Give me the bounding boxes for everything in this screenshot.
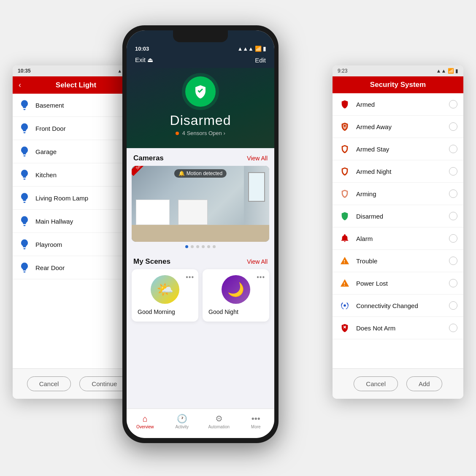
scene-night-icon: 🌙 [222,275,250,304]
does-not-arm-label: Does Not Arm [356,325,449,332]
scenes-view-all[interactable]: View All [247,258,268,265]
motion-badge: 🔔 Motion detected [174,169,227,178]
right-header-title: Security System [370,81,426,89]
security-item-trouble[interactable]: Trouble [333,250,463,272]
dot-1 [185,245,188,248]
tab-overview[interactable]: ⌂ Overview [127,409,164,434]
security-item-alarm[interactable]: Alarm [333,227,463,250]
left-header-title: Select Light [24,81,127,89]
power-lost-icon [338,277,351,289]
armed-stay-label: Armed Stay [356,146,449,153]
security-item-arming[interactable]: Arming [333,183,463,205]
armed-night-radio[interactable] [449,167,457,176]
notch [173,30,228,42]
does-not-arm-radio[interactable] [449,324,457,332]
center-time: 10:03 [135,46,149,52]
light-label: Main Hallway [35,218,130,225]
right-time: 9:23 [338,68,347,74]
motion-icon: 🔔 [178,170,185,176]
center-content: Cameras View All 🔔 Motion detected [127,148,274,330]
power-lost-label: Power Lost [356,280,449,287]
alarm-radio[interactable] [449,234,457,243]
arming-radio[interactable] [449,189,457,198]
security-item-disarmed[interactable]: Disarmed [333,205,463,227]
tab-bar: ⌂ Overview 🕐 Activity ⚙ Automation ••• M… [127,408,274,438]
bulb-icon [19,192,30,204]
light-label: Playroom [35,241,130,248]
tab-automation[interactable]: ⚙ Automation [200,409,238,434]
right-phone: 9:23 ▲▲ 📶 ▮ Security System Armed Armed … [333,65,463,399]
shield-status-circle[interactable] [185,76,216,107]
security-item-power-lost[interactable]: Power Lost [333,272,463,295]
arming-label: Arming [356,190,449,197]
room-crib [178,200,208,225]
center-phone-body: 10:03 ▲▲▲ 📶 ▮ Exit ⏏ Edit Disarmed [122,25,279,443]
security-item-does-not-arm[interactable]: Does Not Arm [333,317,463,339]
connectivity-radio[interactable] [449,301,457,310]
power-lost-radio[interactable] [449,279,457,287]
armed-night-label: Armed Night [356,168,449,175]
dot-5 [207,245,210,248]
room-dresser [136,200,170,225]
armed-radio[interactable] [449,100,457,108]
scene-card-night[interactable]: ••• 🌙 Good Night [203,269,269,322]
armed-stay-radio[interactable] [449,145,457,153]
wifi-icon: 📶 [448,68,454,74]
bulb-icon [19,262,30,273]
arming-icon [338,187,351,200]
edit-button[interactable]: Edit [255,57,266,64]
trouble-icon [338,254,351,267]
cancel-button[interactable]: Cancel [27,376,71,391]
cameras-section-header: Cameras View All [127,148,274,166]
carousel-dots [127,242,274,252]
right-header: Security System [333,76,463,93]
scene-morning-menu[interactable]: ••• [186,273,194,281]
armed-night-icon [338,165,351,178]
add-button[interactable]: Add [406,376,442,391]
room-window [248,172,265,202]
security-item-armed-stay[interactable]: Armed Stay [333,138,463,160]
scenes-section-header: My Scenes View All [127,252,274,269]
bulb-icon [19,146,30,157]
living-room-lamp-label: Living Room Lamp [35,195,130,202]
scene-card-morning[interactable]: ••• 🌤️ Good Morning [132,269,198,322]
disarmed-label: Disarmed [356,213,449,220]
right-cancel-button[interactable]: Cancel [354,376,398,391]
disarmed-radio[interactable] [449,212,457,220]
tab-overview-label: Overview [136,425,154,429]
armed-away-icon [338,120,351,133]
continue-button[interactable]: Continue [79,376,129,391]
center-hero: Disarmed 4 Sensors Open › [127,68,274,148]
alarm-label: Alarm [356,235,449,242]
dot-3 [196,245,199,248]
signal-bars-icon: ▲▲▲ [237,46,254,52]
bulb-icon [19,122,30,134]
battery-icon: ▮ [263,46,266,52]
tab-activity[interactable]: 🕐 Activity [164,409,201,434]
exit-button[interactable]: Exit ⏏ [135,56,153,64]
svg-point-0 [344,125,346,127]
right-status-icons: ▲▲ 📶 ▮ [436,68,458,74]
dot-6 [213,245,216,248]
security-item-connectivity[interactable]: Connectivity Changed [333,295,463,317]
scene-morning-label: Good Morning [138,308,175,315]
history-icon: 🕐 [177,414,187,424]
tab-more[interactable]: ••• More [238,409,275,434]
back-arrow-icon[interactable]: ‹ [19,81,21,89]
trouble-radio[interactable] [449,257,457,265]
scene-night-menu[interactable]: ••• [257,273,265,281]
bulb-icon [19,238,30,250]
wifi-icon: 📶 [255,46,262,52]
security-item-armed-night[interactable]: Armed Night [333,160,463,183]
armed-away-radio[interactable] [449,122,457,131]
camera-preview[interactable]: 🔔 Motion detected Sentry [132,166,269,242]
security-item-armed[interactable]: Armed [333,93,463,116]
cameras-view-all[interactable]: View All [247,155,268,162]
security-item-armed-away[interactable]: Armed Away [333,116,463,138]
armed-icon [338,98,351,111]
dot-4 [202,245,205,248]
motion-text: Motion detected [187,170,222,176]
left-time: 10:35 [18,68,31,74]
tab-more-label: More [251,425,261,429]
sensors-dot-icon [176,132,179,135]
